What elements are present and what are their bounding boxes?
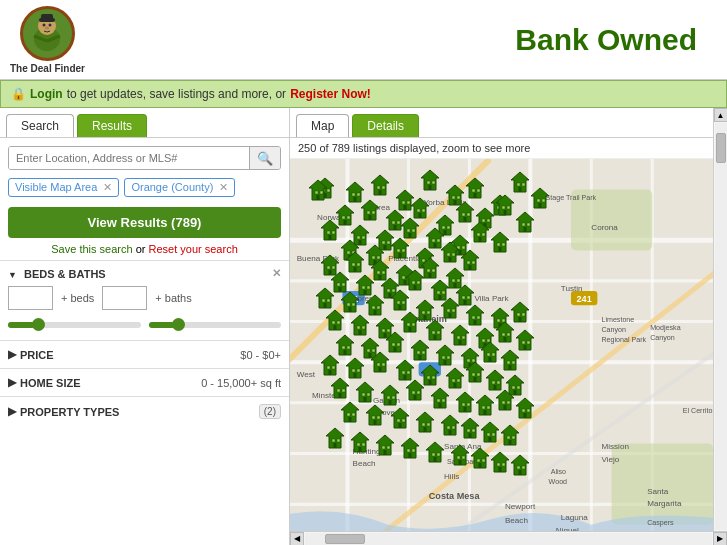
chip-visible-map[interactable]: Visible Map Area ✕ xyxy=(8,178,119,197)
map-marker[interactable] xyxy=(470,221,490,246)
tab-search[interactable]: Search xyxy=(6,114,74,137)
tab-map[interactable]: Map xyxy=(296,114,349,137)
beds-baths-sliders xyxy=(8,316,281,328)
map-marker[interactable] xyxy=(475,394,495,419)
beds-slider-thumb[interactable] xyxy=(32,318,45,331)
vertical-scrollbar[interactable]: ▲ ▼ xyxy=(713,108,727,545)
map-marker[interactable] xyxy=(430,387,450,412)
search-button[interactable]: 🔍 xyxy=(249,147,280,169)
svg-rect-459 xyxy=(492,433,495,436)
baths-label: + baths xyxy=(155,292,191,304)
map-marker[interactable] xyxy=(465,361,485,386)
map-marker[interactable] xyxy=(320,354,340,379)
svg-rect-98 xyxy=(472,189,475,192)
map-marker[interactable] xyxy=(320,219,340,244)
baths-slider-thumb[interactable] xyxy=(172,318,185,331)
app-header: The Deal Finder Bank Owned xyxy=(0,0,727,80)
baths-slider-track[interactable] xyxy=(149,322,282,328)
scroll-track[interactable] xyxy=(715,123,727,530)
map-marker[interactable] xyxy=(495,194,515,219)
map-marker[interactable] xyxy=(455,391,475,416)
svg-rect-410 xyxy=(412,391,415,394)
map-marker[interactable] xyxy=(390,407,410,432)
tab-details[interactable]: Details xyxy=(352,114,419,137)
save-search-link[interactable]: Save this search xyxy=(51,243,132,255)
property-types-section[interactable]: ▶ PROPERTY TYPES (2) xyxy=(0,396,289,426)
map-marker[interactable] xyxy=(330,377,350,402)
home-size-section[interactable]: ▶ HOME SIZE 0 - 15,000+ sq ft xyxy=(0,368,289,396)
scroll-right-button[interactable]: ▶ xyxy=(713,532,727,546)
scroll-thumb-h[interactable] xyxy=(325,534,365,544)
svg-text:Aliso: Aliso xyxy=(551,468,566,476)
map-marker[interactable] xyxy=(350,431,370,456)
map-marker[interactable] xyxy=(495,389,515,414)
view-results-button[interactable]: View Results (789) xyxy=(8,207,281,238)
map-marker[interactable] xyxy=(480,421,500,446)
search-input[interactable] xyxy=(9,147,249,169)
map-marker[interactable] xyxy=(515,397,535,422)
chip-orange-county[interactable]: Orange (County) ✕ xyxy=(124,178,235,197)
register-link[interactable]: Register Now! xyxy=(290,87,371,101)
svg-point-5 xyxy=(49,23,52,26)
svg-rect-326 xyxy=(522,341,525,344)
svg-rect-79 xyxy=(357,193,360,196)
beds-slider-track[interactable] xyxy=(8,322,141,328)
map-marker[interactable] xyxy=(390,237,410,262)
scroll-thumb[interactable] xyxy=(716,133,726,163)
map-marker[interactable] xyxy=(375,434,395,459)
horizontal-scrollbar[interactable]: ◀ ▶ xyxy=(290,531,727,545)
map-marker[interactable] xyxy=(425,441,445,466)
map-marker[interactable] xyxy=(500,424,520,449)
map-marker[interactable] xyxy=(365,404,385,429)
map-marker[interactable] xyxy=(515,211,535,236)
map-marker[interactable] xyxy=(450,444,470,469)
map-marker[interactable] xyxy=(460,417,480,442)
map-marker[interactable] xyxy=(420,169,440,194)
baths-input[interactable] xyxy=(102,286,147,310)
map-marker[interactable] xyxy=(370,351,390,376)
map-marker[interactable] xyxy=(510,171,530,196)
map-container[interactable]: 91 1 241 Norwalk Brea Yorba Linda Stage … xyxy=(290,159,727,545)
svg-rect-91 xyxy=(432,181,435,184)
scroll-left-button[interactable]: ◀ xyxy=(290,532,304,546)
login-link[interactable]: Login xyxy=(30,87,63,101)
map-marker[interactable] xyxy=(465,177,485,202)
beds-input[interactable] xyxy=(8,286,53,310)
map-marker[interactable] xyxy=(325,427,345,452)
svg-rect-420 xyxy=(464,407,467,412)
map-marker[interactable] xyxy=(510,454,530,479)
map-marker[interactable] xyxy=(440,241,460,266)
beds-baths-header[interactable]: ▼ BEDS & BATHS ✕ xyxy=(8,267,281,280)
map-marker[interactable] xyxy=(470,447,490,472)
scroll-track-h[interactable] xyxy=(305,533,712,545)
map-marker[interactable] xyxy=(490,231,510,256)
svg-rect-388 xyxy=(474,377,477,382)
map-marker[interactable] xyxy=(308,179,328,204)
map-marker[interactable] xyxy=(360,199,380,224)
svg-rect-491 xyxy=(482,459,485,462)
map-marker[interactable] xyxy=(370,174,390,199)
reset-search-link[interactable]: Reset your search xyxy=(148,243,237,255)
svg-text:Laguna: Laguna xyxy=(561,513,589,522)
svg-rect-230 xyxy=(452,279,455,282)
map-marker[interactable] xyxy=(325,309,345,334)
svg-rect-419 xyxy=(467,403,470,406)
map-marker[interactable] xyxy=(415,411,435,436)
svg-rect-328 xyxy=(524,345,527,350)
svg-rect-282 xyxy=(472,316,475,319)
map-marker[interactable] xyxy=(490,451,510,476)
svg-rect-358 xyxy=(507,361,510,364)
svg-rect-475 xyxy=(387,446,390,449)
map-marker[interactable] xyxy=(340,401,360,426)
price-section[interactable]: ▶ PRICE $0 - $0+ xyxy=(0,340,289,368)
scroll-up-button[interactable]: ▲ xyxy=(714,108,728,122)
svg-rect-234 xyxy=(337,283,340,286)
tab-results[interactable]: Results xyxy=(77,114,147,137)
svg-rect-299 xyxy=(362,326,365,329)
map-marker[interactable] xyxy=(405,379,425,404)
map-marker[interactable] xyxy=(400,437,420,462)
map-marker[interactable] xyxy=(440,414,460,439)
map-marker[interactable] xyxy=(530,187,550,212)
svg-rect-312 xyxy=(434,335,437,340)
beds-baths-close-icon[interactable]: ✕ xyxy=(272,267,281,280)
